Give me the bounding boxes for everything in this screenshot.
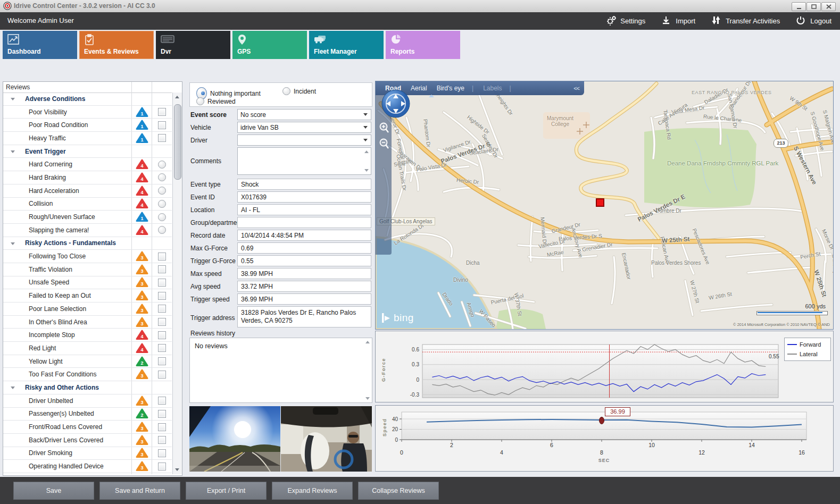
review-item-checkbox[interactable] [158, 305, 166, 313]
review-item-checkbox[interactable] [158, 463, 166, 471]
scrollbar-thumb[interactable] [174, 104, 181, 180]
review-item-checkbox[interactable] [158, 121, 166, 129]
review-item-checkbox[interactable] [158, 108, 166, 116]
review-item-checkbox[interactable] [158, 265, 166, 273]
bing-map[interactable]: Phantom DrSearaven DrForrestal DrConquer… [375, 81, 834, 330]
zoom-out-button[interactable] [378, 138, 390, 150]
map-pan-control[interactable] [380, 88, 412, 120]
review-item-row[interactable]: Hard Acceleration4 [3, 184, 172, 198]
review-item-row[interactable]: Poor Lane Selection3 [3, 303, 172, 316]
review-item-radio[interactable] [158, 161, 166, 169]
field-trigger-address[interactable]: 31828 Palos Verdes Dr E, Rancho Palos Ve… [237, 306, 371, 327]
review-item-radio[interactable] [158, 173, 166, 181]
settings-button[interactable]: Settings [606, 15, 645, 27]
review-item-checkbox[interactable] [158, 318, 166, 326]
review-category-row[interactable]: Event Trigger [3, 145, 172, 158]
field-vehicle[interactable]: idrive Van SB [237, 122, 371, 133]
review-item-checkbox[interactable] [158, 331, 166, 339]
map-view-aerial[interactable]: Aerial [411, 85, 427, 92]
field-avg-speed[interactable]: 33.72 MPH [237, 281, 371, 292]
review-item-row[interactable]: Collision4 [3, 198, 172, 211]
maximize-button[interactable] [806, 2, 821, 11]
field-trigger-speed[interactable]: 36.99 MPH [237, 293, 371, 305]
review-item-checkbox[interactable] [158, 371, 166, 379]
minimize-button[interactable] [792, 2, 806, 11]
import-button[interactable]: Import [661, 15, 695, 27]
event-location-marker[interactable] [596, 198, 604, 207]
scroll-up-icon[interactable] [365, 341, 370, 343]
field-max-speed[interactable]: 38.99 MPH [237, 268, 371, 279]
reviews-scrollbar[interactable] [172, 93, 182, 474]
collapse-reviews-button[interactable]: Collapse Reviews [358, 482, 439, 500]
save-button[interactable]: Save [13, 482, 94, 500]
scroll-down-icon[interactable] [365, 397, 370, 400]
expand-reviews-button[interactable]: Expand Reviews [272, 482, 353, 500]
review-category-row[interactable]: Adverse Conditions [3, 93, 172, 106]
review-item-row[interactable]: Too Fast For Conditions3 [3, 368, 172, 381]
review-item-checkbox[interactable] [158, 253, 166, 261]
review-item-checkbox[interactable] [158, 397, 166, 405]
map-toolbar-collapse-button[interactable]: << [573, 85, 579, 91]
review-item-radio[interactable] [158, 213, 166, 221]
status-radio-incident[interactable]: Incident [282, 87, 316, 95]
review-item-row[interactable]: Hard Braking4 [3, 171, 172, 184]
review-item-radio[interactable] [158, 200, 166, 208]
tab-reports[interactable]: Reports [386, 31, 460, 59]
review-item-row[interactable]: Slapping the camera!4 [3, 224, 172, 237]
review-item-row[interactable]: Poor Visibility1 [3, 106, 172, 119]
field-driver[interactable] [237, 135, 371, 146]
tab-gps[interactable]: GPS [232, 31, 307, 59]
review-category-row[interactable]: Risky Actions - Fundamentals [3, 237, 172, 250]
field-group-department[interactable] [237, 217, 371, 228]
review-item-row[interactable]: In Other's Blind Area3 [3, 316, 172, 329]
review-item-checkbox[interactable] [158, 449, 166, 457]
field-event-score[interactable]: No score [237, 109, 371, 120]
review-item-row[interactable]: Following Too Close3 [3, 250, 172, 263]
review-item-row[interactable]: Operating Handled Device3 [3, 460, 172, 473]
review-item-checkbox[interactable] [158, 423, 166, 431]
review-item-row[interactable]: Front/Road Lens Covered3 [3, 421, 172, 434]
field-max-g-force[interactable]: 0.69 [237, 242, 371, 254]
review-item-row[interactable]: Rough/Uneven Surface1 [3, 211, 172, 224]
review-item-row[interactable]: Passenger(s) Unbelted2 [3, 408, 172, 421]
review-item-row[interactable]: Traffic Violation3 [3, 263, 172, 276]
video-thumbnail-road-camera[interactable] [189, 406, 280, 472]
export-print-button[interactable]: Export / Print [186, 482, 267, 500]
field-trigger-g-force[interactable]: 0.55 [237, 255, 371, 266]
map-view-labels[interactable]: Labels [483, 85, 502, 92]
review-item-row[interactable]: Driver Unbelted3 [3, 394, 172, 408]
field-event-type[interactable]: Shock [237, 179, 371, 190]
review-item-checkbox[interactable] [158, 357, 166, 365]
status-radio-reviewed[interactable]: Reviewed [196, 97, 236, 105]
save-and-return-button[interactable]: Save and Return [99, 482, 180, 500]
field-comments[interactable] [237, 147, 371, 175]
video-thumbnail-cabin-camera[interactable] [281, 406, 372, 472]
field-event-id[interactable]: X017639 [237, 191, 371, 203]
review-item-row[interactable]: Poor Road Condition1 [3, 119, 172, 132]
review-item-row[interactable]: Heavy Traffic1 [3, 132, 172, 145]
scroll-up-icon[interactable] [175, 96, 179, 98]
field-record-date[interactable]: 10/4/2014 4:48:54 PM [237, 230, 371, 241]
review-item-radio[interactable] [158, 226, 166, 234]
tab-dvr[interactable]: Dvr [156, 31, 230, 59]
review-item-checkbox[interactable] [158, 279, 166, 287]
map-view-bird-s-eye[interactable]: Bird's eye [437, 85, 464, 92]
review-item-checkbox[interactable] [158, 436, 166, 444]
review-item-row[interactable]: Hard Cornering4 [3, 158, 172, 171]
review-item-radio[interactable] [158, 187, 166, 195]
review-category-row[interactable]: Risky and Other Actions [3, 381, 172, 394]
review-item-row[interactable]: Back/Driver Lens Covered3 [3, 434, 172, 447]
review-item-checkbox[interactable] [158, 410, 166, 418]
review-item-row[interactable]: Excessive/Abusive Entertainment4 [3, 473, 172, 474]
close-button[interactable] [821, 2, 836, 11]
field-location[interactable]: AI - FL [237, 204, 371, 215]
logout-button[interactable]: Logout [796, 15, 831, 27]
review-item-row[interactable]: Yellow Light2 [3, 355, 172, 368]
zoom-in-button[interactable] [378, 122, 390, 135]
tab-events-reviews[interactable]: Events & Reviews [79, 31, 154, 59]
review-item-checkbox[interactable] [158, 344, 166, 352]
tab-dashboard[interactable]: Dashboard [3, 31, 77, 59]
review-item-row[interactable]: Incomplete Stop4 [3, 329, 172, 342]
transfer-activities-button[interactable]: Transfer Activities [711, 15, 780, 27]
review-item-row[interactable]: Unsafe Speed3 [3, 276, 172, 290]
